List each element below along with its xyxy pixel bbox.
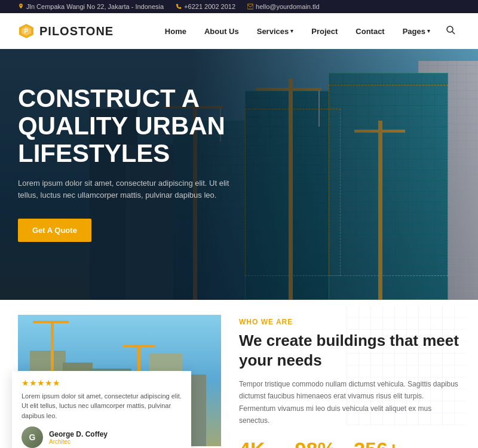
nav-contact[interactable]: Contact	[348, 22, 391, 41]
stat-projects-number: 4K	[239, 439, 277, 448]
pages-chevron-icon: ▾	[427, 28, 430, 34]
stat-workers-number: 256+	[354, 439, 414, 448]
top-bar: Jln Cempaka Wangi No 22, Jakarta - Indon…	[0, 0, 478, 13]
about-content: WHO WE ARE We create buildings that meet…	[221, 300, 478, 448]
stat-clients: 98% Happy Clients	[295, 439, 336, 448]
about-image-wrapper: ★★★★★ Lorem ipsum dolor sit amet, consec…	[0, 300, 221, 448]
svg-rect-0	[247, 4, 253, 9]
stat-projects: 4K Project Done	[239, 439, 277, 448]
site-header: P PILOSTONE Home About Us Services ▾ Pro…	[0, 13, 478, 49]
search-button[interactable]	[441, 20, 460, 42]
nav-about[interactable]: About Us	[197, 22, 246, 41]
svg-line-5	[452, 32, 455, 34]
review-stars: ★★★★★	[22, 378, 182, 388]
main-nav: Home About Us Services ▾ Project Contact…	[158, 20, 460, 42]
stats-row: 4K Project Done 98% Happy Clients 256+ P…	[239, 439, 460, 448]
stat-clients-number: 98%	[295, 439, 336, 448]
hero-section: CONSTRUCT A QUALITY URBAN LIFESTYLES Lor…	[0, 49, 478, 300]
stat-workers: 256+ Professioinal Worker	[354, 439, 414, 448]
nav-services[interactable]: Services ▾	[250, 22, 301, 41]
reviewer-avatar: G	[22, 426, 43, 448]
svg-text:P: P	[24, 28, 29, 35]
phone-info: +6221 2002 2012	[176, 3, 235, 10]
logo-icon: P	[18, 23, 35, 39]
address-info: Jln Cempaka Wangi No 22, Jakarta - Indon…	[18, 3, 164, 10]
logo[interactable]: P PILOSTONE	[18, 23, 114, 39]
who-we-are-label: WHO WE ARE	[239, 318, 460, 326]
about-description: Tempor tristique commodo nullam dictumst…	[239, 378, 460, 427]
search-icon	[446, 25, 455, 35]
reviewer-info: G George D. Coffey Architec	[22, 426, 182, 448]
nav-pages[interactable]: Pages ▾	[396, 22, 437, 41]
reviewer-role: Architec	[49, 438, 108, 445]
svg-point-4	[447, 26, 453, 32]
nav-project[interactable]: Project	[304, 22, 345, 41]
services-chevron-icon: ▾	[290, 28, 293, 34]
hero-title: CONSTRUCT A QUALITY URBAN LIFESTYLES	[18, 85, 245, 168]
about-section: ★★★★★ Lorem ipsum dolor sit amet, consec…	[0, 300, 478, 448]
nav-home[interactable]: Home	[158, 22, 194, 41]
email-info: hello@yourdomain.tld	[247, 3, 320, 10]
reviewer-name: George D. Coffey	[49, 430, 108, 438]
about-title: We create buildings that meet your needs	[239, 331, 460, 370]
review-text: Lorem ipsum dolor sit amet, consectetur …	[22, 391, 182, 421]
get-quote-button[interactable]: Get A Quote	[18, 219, 91, 242]
hero-subtitle: Lorem ipsum dolor sit amet, consectetur …	[18, 177, 245, 202]
hero-content: CONSTRUCT A QUALITY URBAN LIFESTYLES Lor…	[18, 85, 245, 242]
review-card: ★★★★★ Lorem ipsum dolor sit amet, consec…	[12, 371, 191, 449]
